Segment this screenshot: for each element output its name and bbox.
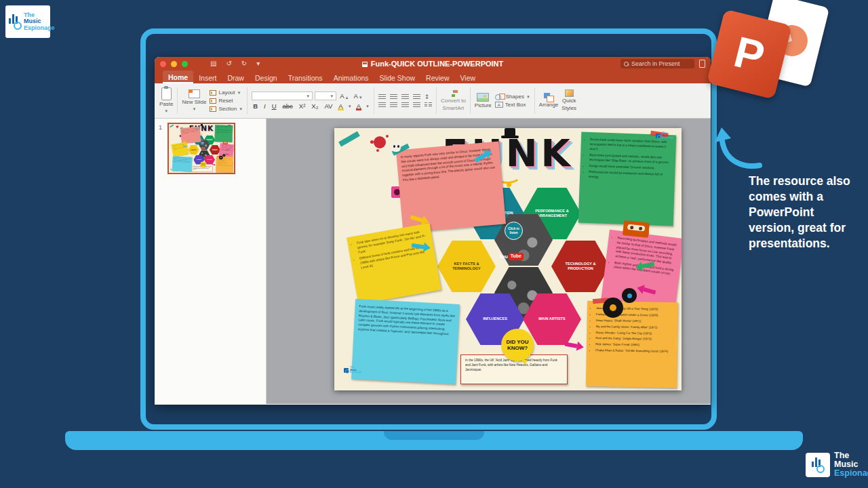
new-slide-dropdown-caret[interactable]: ▼: [193, 107, 197, 112]
hexagon-key-facts[interactable]: KEY FACTS & TERMINOLOGY: [188, 145, 199, 155]
did-you-know-bubble[interactable]: DID YOU KNOW?: [200, 161, 206, 167]
did-you-know-bubble[interactable]: DID YOU KNOW?: [501, 329, 534, 361]
brand-word-espionage: Espionage: [24, 25, 55, 31]
font-color-dropdown-caret[interactable]: ▼: [366, 104, 370, 108]
note-performance-arrangement[interactable]: Drums beat could have more variation tha…: [214, 125, 233, 142]
new-slide-button[interactable]: New Slide ▼: [182, 89, 206, 111]
decrease-font-button[interactable]: A▼: [352, 92, 363, 100]
tab-slide-show[interactable]: Slide Show: [374, 70, 421, 83]
close-window-button[interactable]: [160, 61, 166, 67]
paint-splat-decoration: [374, 136, 386, 148]
tab-design[interactable]: Design: [250, 70, 283, 83]
quick-access-save-icon[interactable]: ▤: [210, 60, 216, 67]
afro-figure-decoration: [497, 326, 498, 338]
ribbon-tab-bar: Home Insert Draw Design Transitions Anim…: [155, 70, 711, 83]
strikethrough-button[interactable]: abc: [281, 102, 294, 110]
align-left-icon[interactable]: [378, 102, 386, 108]
highlight-dropdown-caret[interactable]: ▼: [348, 104, 352, 108]
zoom-window-button[interactable]: [182, 61, 188, 67]
reset-button[interactable]: Reset: [210, 98, 243, 104]
character-spacing-button[interactable]: AV: [323, 102, 334, 110]
tab-view[interactable]: View: [455, 70, 481, 83]
window-titlebar: ▤ ↺ ↻ ▾ Funk-QUICK OUTLINE-POWERPOINT: [155, 57, 711, 70]
music-espionage-logo-top: The Music Espionage: [5, 5, 50, 38]
note-influences[interactable]: Funk music really started life at the be…: [351, 299, 460, 384]
numbered-list-icon[interactable]: [390, 94, 397, 100]
share-sheet-icon[interactable]: [699, 60, 705, 68]
align-right-icon[interactable]: [401, 102, 409, 108]
justify-icon[interactable]: [413, 102, 420, 108]
music-espionage-mark-icon: [9, 14, 21, 29]
slide-brand-logo: TheMusicEspionage: [229, 125, 233, 126]
slide[interactable]: FUNK INSTRUMENTATION PERFORMANCE & ARRAN…: [334, 128, 682, 390]
redo-icon[interactable]: ↻: [241, 60, 247, 67]
dancer-figure-decoration: [435, 203, 435, 215]
hexagon-key-facts[interactable]: KEY FACTS & TERMINOLOGY: [437, 241, 496, 292]
text-highlight-button[interactable]: A: [337, 102, 344, 110]
skull-icon: [391, 142, 401, 152]
slide-number: 1: [159, 124, 162, 131]
minimize-window-button[interactable]: [171, 61, 177, 67]
convert-to-smartart-button[interactable]: Convert to SmartArt: [441, 90, 466, 112]
top-hat-icon: [501, 128, 519, 138]
font-size-select[interactable]: ▼: [315, 92, 336, 100]
quick-access-more-icon[interactable]: ▾: [256, 60, 260, 67]
shapes-icon: [495, 94, 504, 100]
promo-text: The resource also comes with a PowerPoin…: [749, 174, 863, 251]
decrease-indent-icon[interactable]: [401, 94, 409, 100]
tab-home[interactable]: Home: [163, 70, 193, 83]
click-to-listen-badge[interactable]: Click to listen: [505, 222, 523, 240]
top-hat-icon: [200, 124, 203, 126]
columns-icon[interactable]: [425, 102, 432, 108]
tab-review[interactable]: Review: [420, 70, 454, 83]
increase-indent-icon[interactable]: [413, 94, 420, 100]
note-sub-genres[interactable]: Funk later when on to develop into many …: [171, 142, 189, 157]
bold-button[interactable]: B: [252, 102, 259, 110]
italic-button[interactable]: I: [262, 102, 267, 110]
font-color-button[interactable]: A: [355, 102, 362, 110]
new-slide-icon: [189, 89, 200, 98]
vinyl-record-icon: [622, 288, 637, 303]
paste-dropdown-caret[interactable]: ▼: [164, 109, 168, 114]
slide[interactable]: FUNK INSTRUMENTATION PERFORMANCE & ARRAN…: [169, 124, 234, 173]
youtube-logo[interactable]: You Tube: [199, 147, 205, 148]
layout-button[interactable]: Layout▼: [210, 89, 243, 96]
picture-button[interactable]: Picture: [475, 93, 492, 109]
note-influences[interactable]: Funk music really started life at the be…: [172, 156, 193, 172]
undo-icon[interactable]: ↺: [226, 60, 231, 67]
line-spacing-icon[interactable]: ↕: [425, 94, 430, 100]
underline-button[interactable]: U: [271, 102, 278, 110]
section-icon: [210, 106, 216, 112]
powerpoint-p-card: P: [707, 9, 792, 99]
arrange-button[interactable]: Arrange: [539, 93, 558, 108]
section-button[interactable]: Section▼: [210, 106, 243, 112]
search-input[interactable]: [631, 60, 691, 67]
tab-insert[interactable]: Insert: [193, 70, 222, 83]
click-to-listen-badge[interactable]: Click to listen: [201, 142, 204, 145]
youtube-logo[interactable]: You Tube: [496, 253, 527, 260]
search-box[interactable]: [620, 59, 694, 68]
paste-button[interactable]: Paste ▼: [159, 87, 173, 113]
shapes-button[interactable]: Shapes▼: [495, 94, 530, 100]
picture-icon: [477, 93, 489, 102]
tab-draw[interactable]: Draw: [222, 70, 250, 83]
slide-thumbnail[interactable]: FUNK INSTRUMENTATION PERFORMANCE & ARRAN…: [167, 123, 235, 174]
editing-canvas[interactable]: FUNK INSTRUMENTATION PERFORMANCE & ARRAN…: [267, 119, 711, 404]
note-performance-arrangement[interactable]: Drums beat could have more variation tha…: [578, 132, 677, 226]
note-main-artists[interactable]: James Brown: 'Get Up Off a That Thing' (…: [216, 157, 233, 173]
bullet-list-icon[interactable]: [378, 94, 386, 100]
text-box-button[interactable]: A Text Box: [495, 102, 530, 108]
note-sub-genres[interactable]: Funk later when on to develop into many …: [347, 223, 441, 304]
hexagon-technology[interactable]: TECHNOLOGY & PRODUCTION: [551, 241, 610, 292]
subscript-button[interactable]: X₂: [310, 102, 319, 110]
tab-animations[interactable]: Animations: [328, 70, 374, 83]
skull-icon: [180, 127, 182, 129]
font-name-select[interactable]: ▼: [252, 92, 313, 100]
superscript-button[interactable]: X²: [298, 102, 307, 110]
cassette-icon: [222, 141, 227, 144]
quick-styles-button[interactable]: Quick Styles: [561, 89, 576, 112]
align-center-icon[interactable]: [390, 102, 397, 108]
tab-transitions[interactable]: Transitions: [283, 70, 328, 83]
note-main-artists[interactable]: James Brown: 'Get Up Off a That Thing' (…: [586, 301, 678, 388]
increase-font-button[interactable]: A▲: [338, 92, 350, 100]
